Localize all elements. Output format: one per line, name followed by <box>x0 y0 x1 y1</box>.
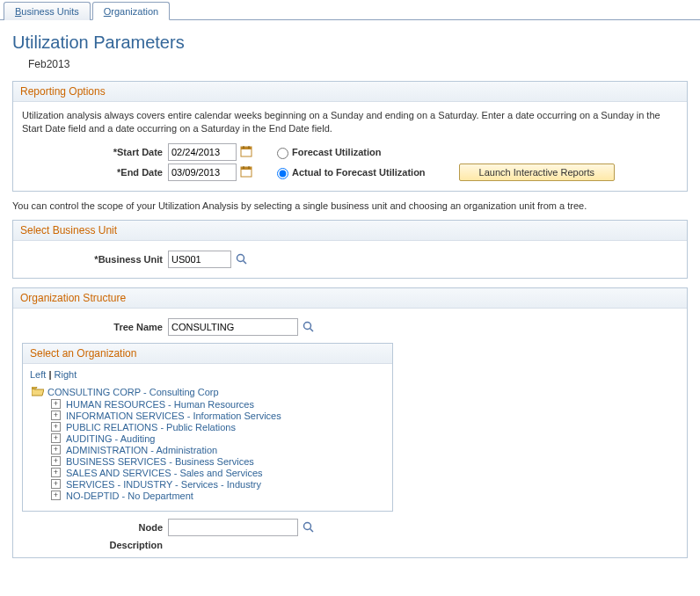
node-label: Node <box>22 522 168 533</box>
svg-rect-5 <box>241 167 252 170</box>
expand-icon[interactable]: + <box>51 433 61 443</box>
expand-icon[interactable]: + <box>51 445 61 454</box>
tree-node-link[interactable]: BUSINESS SERVICES - Business Services <box>66 456 254 467</box>
tree-root-node[interactable]: CONSULTING CORP - Consulting Corp <box>47 387 219 397</box>
tree-node-link[interactable]: HUMAN RESOURCES - Human Resources <box>66 399 254 410</box>
tree-node-row: +INFORMATION SERVICES - Information Serv… <box>51 411 385 421</box>
forecast-radio-label: Forecast Utilization <box>292 147 381 157</box>
tree-node-row: +BUSINESS SERVICES - Business Services <box>51 456 385 467</box>
expand-icon[interactable]: + <box>51 456 61 466</box>
node-input[interactable] <box>168 519 298 536</box>
svg-rect-1 <box>241 147 252 149</box>
scope-description: You can control the scope of your Utiliz… <box>12 200 688 211</box>
expand-icon[interactable]: + <box>51 399 61 409</box>
select-org-header: Select an Organization <box>23 344 392 364</box>
expand-icon[interactable]: + <box>51 422 61 432</box>
left-right-nav: Left | Right <box>30 369 385 380</box>
tree-right-link[interactable]: Right <box>55 369 77 380</box>
business-unit-header: Select Business Unit <box>13 221 687 241</box>
reporting-options-group: Reporting Options Utilization analysis a… <box>12 81 688 192</box>
tab-label: rganization <box>111 6 158 17</box>
reporting-info-text: Utilization analysis always covers entir… <box>22 109 678 136</box>
calendar-icon[interactable] <box>240 165 253 179</box>
business-unit-input[interactable] <box>168 251 231 268</box>
page-subtitle: Feb2013 <box>28 58 700 70</box>
tree-node-row: +NO-DEPTID - No Department <box>51 491 385 501</box>
expand-icon[interactable]: + <box>51 491 61 500</box>
reporting-options-header: Reporting Options <box>13 82 687 102</box>
calendar-icon[interactable] <box>240 145 253 159</box>
end-date-input[interactable] <box>168 164 237 181</box>
svg-point-10 <box>303 322 310 329</box>
expand-icon[interactable]: + <box>51 479 61 489</box>
start-date-label: *Start Date <box>22 147 168 157</box>
svg-line-9 <box>243 260 246 264</box>
tab-organization[interactable]: Organization <box>92 2 170 20</box>
open-folder-icon <box>32 387 44 396</box>
tree-node-row: +SALES AND SERVICES - Sales and Services <box>51 468 385 478</box>
tree-node-row: +AUDITING - Auditing <box>51 433 385 444</box>
tree-name-input[interactable] <box>168 318 298 336</box>
tree-node-link[interactable]: AUDITING - Auditing <box>66 433 155 444</box>
tab-label: usiness Units <box>21 6 78 17</box>
lookup-icon[interactable] <box>302 520 315 534</box>
expand-icon[interactable]: + <box>51 468 61 477</box>
select-org-box: Select an Organization Left | Right CONS… <box>22 343 393 512</box>
actual-forecast-radio[interactable] <box>277 168 288 179</box>
tree-node-link[interactable]: ADMINISTRATION - Administration <box>66 445 217 455</box>
business-unit-label: *Business Unit <box>22 254 168 265</box>
actual-forecast-radio-label: Actual to Forecast Utilization <box>292 167 426 178</box>
expand-icon[interactable]: + <box>51 411 61 420</box>
start-date-input[interactable] <box>168 143 237 161</box>
page-title: Utilization Parameters <box>12 33 700 53</box>
tree-node-row: +ADMINISTRATION - Administration <box>51 445 385 455</box>
forecast-radio[interactable] <box>277 148 288 159</box>
tree-node-link[interactable]: SERVICES - INDUSTRY - Services - Industr… <box>66 479 261 490</box>
business-unit-group: Select Business Unit *Business Unit <box>12 220 688 279</box>
tree-node-row: +HUMAN RESOURCES - Human Resources <box>51 399 385 410</box>
tree-name-label: Tree Name <box>22 322 168 332</box>
org-structure-group: Organization Structure Tree Name Select … <box>12 287 688 558</box>
tree-node-link[interactable]: INFORMATION SERVICES - Information Servi… <box>66 411 281 421</box>
tree-node-link[interactable]: NO-DEPTID - No Department <box>66 491 193 501</box>
launch-reports-button[interactable]: Launch Interactive Reports <box>459 164 615 181</box>
end-date-label: *End Date <box>22 167 168 178</box>
description-label: Description <box>22 540 168 550</box>
svg-line-13 <box>310 528 313 532</box>
tree-left-link[interactable]: Left <box>30 369 46 380</box>
tree-node-link[interactable]: SALES AND SERVICES - Sales and Services <box>66 468 263 478</box>
lookup-icon[interactable] <box>302 320 315 334</box>
org-structure-header: Organization Structure <box>13 288 687 309</box>
svg-point-12 <box>303 522 310 529</box>
tree-node-row: +PUBLIC RELATIONS - Public Relations <box>51 422 385 432</box>
tabs-container: Business Units Organization <box>0 0 700 20</box>
svg-point-8 <box>237 254 244 261</box>
tree-node-link[interactable]: PUBLIC RELATIONS - Public Relations <box>66 422 236 432</box>
lookup-icon[interactable] <box>235 252 248 266</box>
svg-line-11 <box>310 328 313 331</box>
tree-node-row: +SERVICES - INDUSTRY - Services - Indust… <box>51 479 385 490</box>
tab-business-units[interactable]: Business Units <box>4 2 91 20</box>
